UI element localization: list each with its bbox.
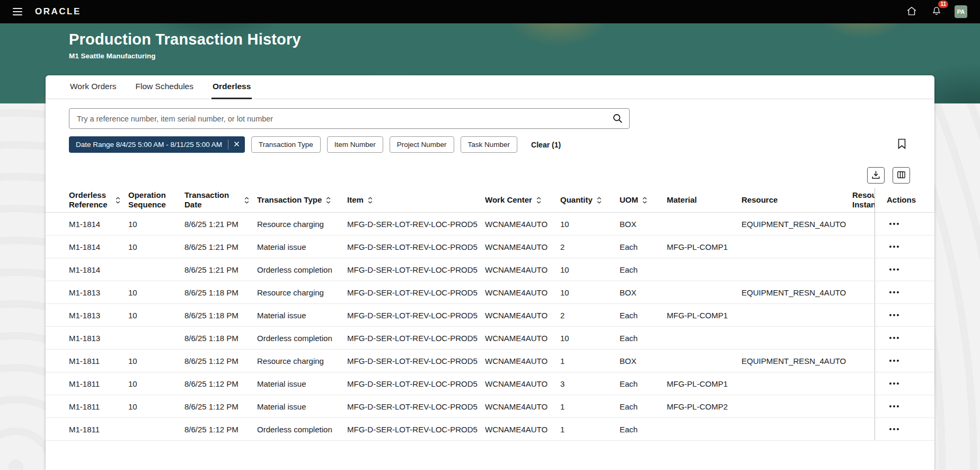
filters-row: Date Range 8/4/25 5:00 AM - 8/11/25 5:00…: [69, 136, 911, 153]
tab-work-orders[interactable]: Work Orders: [69, 75, 118, 99]
clear-filters-link[interactable]: Clear (1): [531, 141, 561, 149]
content-card: Work Orders Flow Schedules Orderless Dat…: [46, 75, 934, 470]
date-range-chip[interactable]: Date Range 8/4/25 5:00 AM - 8/11/25 5:00…: [69, 136, 245, 153]
row-actions-button[interactable]: [887, 356, 902, 365]
filter-chip-transaction-type[interactable]: Transaction Type: [251, 136, 321, 153]
cell-item: MFG-D-SER-LOT-REV-LOC-PROD5: [347, 334, 485, 343]
cell-orderless-reference: M1-1811: [46, 356, 128, 365]
column-header-orderless-reference[interactable]: Orderless Reference: [46, 190, 128, 210]
cell-operation-sequence: 10: [128, 379, 184, 388]
row-actions-button[interactable]: [887, 265, 902, 274]
row-actions-button[interactable]: [887, 424, 902, 434]
row-actions-button[interactable]: [887, 288, 902, 297]
table-row: M1-1811 8/6/25 1:12 PM Orderless complet…: [46, 418, 934, 441]
sort-icon[interactable]: [536, 196, 542, 204]
row-actions-button[interactable]: [887, 310, 902, 320]
column-header-transaction-date[interactable]: Transaction Date: [184, 190, 257, 210]
cell-uom: Each: [620, 265, 667, 274]
cell-operation-sequence: 10: [128, 242, 184, 251]
column-header-resource-instance: Resource Instance: [852, 190, 875, 210]
cell-transaction-type: Material issue: [257, 242, 347, 251]
cell-transaction-type: Orderless completion: [257, 425, 347, 434]
sort-icon[interactable]: [325, 196, 331, 204]
cell-item: MFG-D-SER-LOT-REV-LOC-PROD5: [347, 402, 485, 411]
column-header-uom[interactable]: UOM: [620, 195, 667, 205]
cell-quantity: 10: [560, 220, 620, 229]
cell-quantity: 1: [560, 356, 620, 365]
menu-button[interactable]: [8, 4, 27, 20]
row-actions-button[interactable]: [887, 379, 902, 388]
cell-quantity: 1: [560, 425, 620, 434]
table-row: M1-1811 10 8/6/25 1:12 PM Material issue…: [46, 372, 934, 395]
search-input[interactable]: [69, 108, 630, 129]
cell-uom: BOX: [620, 288, 667, 297]
row-actions-cell: [875, 418, 934, 440]
cell-transaction-date: 8/6/25 1:18 PM: [184, 311, 257, 320]
home-button[interactable]: [905, 4, 919, 20]
cell-work-center: WCNAME4AUTO: [485, 425, 560, 434]
oracle-logo: ORACLE: [35, 6, 81, 17]
row-actions-button[interactable]: [887, 333, 902, 343]
cell-operation-sequence: 10: [128, 288, 184, 297]
filter-chip-item-number[interactable]: Item Number: [327, 136, 383, 153]
cell-uom: Each: [620, 242, 667, 251]
sort-icon[interactable]: [642, 196, 648, 204]
cell-material: MFG-PL-COMP1: [667, 242, 741, 251]
bookmark-button[interactable]: [897, 138, 907, 151]
cell-item: MFG-D-SER-LOT-REV-LOC-PROD5: [347, 265, 485, 274]
cell-quantity: 1: [560, 402, 620, 411]
sort-icon[interactable]: [244, 196, 250, 204]
column-header-transaction-type[interactable]: Transaction Type: [257, 195, 347, 205]
cell-orderless-reference: M1-1813: [46, 334, 128, 343]
row-actions-cell: [875, 213, 934, 235]
cell-orderless-reference: M1-1814: [46, 265, 128, 274]
download-button[interactable]: [867, 167, 885, 184]
cell-resource: EQUIPMENT_RESN_4AUTO: [741, 356, 852, 365]
search-icon[interactable]: [612, 113, 623, 124]
cell-transaction-type: Material issue: [257, 402, 347, 411]
avatar[interactable]: PA: [955, 5, 967, 18]
filter-chip-task-number[interactable]: Task Number: [461, 136, 518, 153]
cell-work-center: WCNAME4AUTO: [485, 220, 560, 229]
cell-transaction-date: 8/6/25 1:21 PM: [184, 220, 257, 229]
cell-material: MFG-PL-COMP2: [667, 402, 741, 411]
column-header-operation-sequence: Operation Sequence: [128, 190, 184, 210]
table-row: M1-1814 10 8/6/25 1:21 PM Resource charg…: [46, 213, 934, 236]
date-range-chip-close-button[interactable]: [228, 140, 245, 150]
row-actions-cell: [875, 395, 934, 417]
tab-orderless[interactable]: Orderless: [211, 75, 252, 99]
cell-item: MFG-D-SER-LOT-REV-LOC-PROD5: [347, 220, 485, 229]
topbar-actions: 11 PA: [905, 4, 967, 20]
manage-columns-button[interactable]: [893, 167, 910, 184]
filter-chip-project-number[interactable]: Project Number: [390, 136, 454, 153]
column-header-material: Material: [667, 195, 741, 205]
cell-orderless-reference: M1-1814: [46, 242, 128, 251]
close-icon: [234, 141, 240, 149]
cell-transaction-date: 8/6/25 1:21 PM: [184, 242, 257, 251]
sort-icon[interactable]: [115, 196, 121, 204]
cell-work-center: WCNAME4AUTO: [485, 402, 560, 411]
tab-flow-schedules[interactable]: Flow Schedules: [135, 75, 195, 99]
row-actions-icon: [889, 405, 891, 407]
cell-quantity: 10: [560, 288, 620, 297]
row-actions-cell: [875, 372, 934, 395]
column-header-quantity[interactable]: Quantity: [560, 195, 620, 205]
row-actions-button[interactable]: [887, 219, 902, 229]
cell-uom: Each: [620, 379, 667, 388]
column-header-work-center[interactable]: Work Center: [485, 195, 560, 205]
table-body: M1-1814 10 8/6/25 1:21 PM Resource charg…: [46, 213, 934, 441]
cell-work-center: WCNAME4AUTO: [485, 311, 560, 320]
hamburger-icon: [13, 8, 22, 9]
sort-icon[interactable]: [596, 196, 602, 204]
column-header-item[interactable]: Item: [347, 195, 485, 205]
sort-icon[interactable]: [367, 196, 373, 204]
date-range-chip-label: Date Range 8/4/25 5:00 AM - 8/11/25 5:00…: [76, 141, 222, 149]
cell-uom: BOX: [620, 220, 667, 229]
row-actions-cell: [875, 281, 934, 303]
bookmark-icon: [897, 138, 907, 151]
row-actions-button[interactable]: [887, 242, 902, 251]
cell-material: MFG-PL-COMP1: [667, 311, 741, 320]
notifications-button[interactable]: 11: [930, 4, 943, 19]
row-actions-button[interactable]: [887, 402, 902, 411]
home-icon: [906, 5, 917, 19]
